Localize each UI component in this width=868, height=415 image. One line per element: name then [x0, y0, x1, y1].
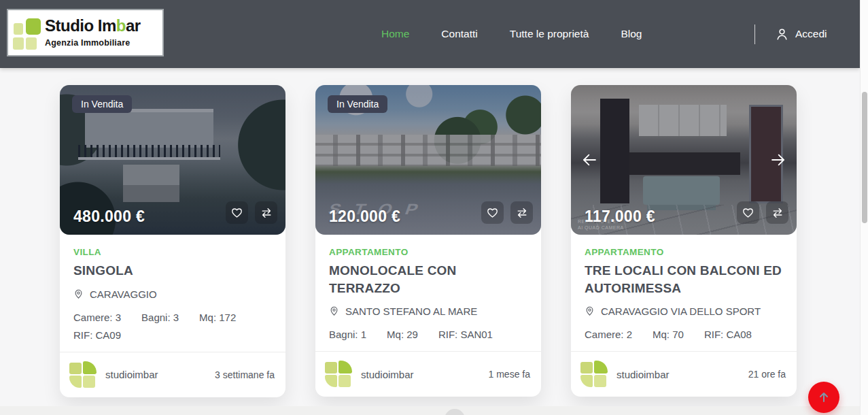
photo-actions: [737, 201, 788, 224]
property-title[interactable]: TRE LOCALI CON BALCONI ED AUTORIMESSA: [585, 262, 783, 297]
favorite-button[interactable]: [481, 201, 504, 224]
location-pin-icon: [73, 289, 84, 299]
listing-card: In Vendita 480.000 € VILLA SINGOLA: [60, 85, 285, 397]
nav-item-home[interactable]: Home: [381, 28, 409, 40]
photo-scene: [315, 135, 541, 166]
avatar-quadrant: [580, 375, 593, 387]
compare-button[interactable]: [255, 201, 277, 224]
page-scrollbar: [860, 0, 868, 415]
property-location: CARAVAGGIO VIA DELLO SPORT: [585, 305, 783, 317]
status-badge: In Vendita: [72, 95, 132, 113]
heart-icon: [486, 206, 499, 219]
meta-camere: Camere: 3: [73, 312, 121, 323]
brand-name: Studio Imbar: [45, 16, 141, 35]
price-label: 480.000 €: [73, 208, 145, 226]
logo-square: [13, 37, 24, 50]
location-pin-icon: [329, 306, 339, 316]
nav-item-tutte-le-proprieta[interactable]: Tutte le proprietà: [510, 28, 589, 40]
property-type: VILLA: [73, 247, 272, 257]
compare-arrows-icon: [515, 206, 529, 220]
photo-scene: [123, 165, 179, 202]
login-button[interactable]: Accedi: [775, 0, 827, 68]
heart-icon: [230, 206, 243, 219]
slider-next-arrow-icon[interactable]: [769, 151, 787, 169]
avatar-quadrant: [325, 362, 337, 374]
site-logo[interactable]: Studio Imbar Agenzia Immobiliare: [7, 9, 164, 56]
compare-button[interactable]: [766, 201, 788, 224]
agent-avatar[interactable]: [69, 361, 97, 388]
scroll-to-top-button[interactable]: [808, 382, 839, 413]
listings-row: In Vendita 480.000 € VILLA SINGOLA: [60, 85, 797, 397]
nav-item-blog[interactable]: Blog: [621, 28, 642, 40]
photo-scene: [85, 112, 213, 148]
logo-text: Studio Imbar Agenzia Immobiliare: [45, 16, 141, 48]
listing-details: APPARTAMENTO TRE LOCALI CON BALCONI ED A…: [571, 235, 797, 351]
photo-actions: [226, 201, 277, 224]
listing-details: APPARTAMENTO MONOLOCALE CON TERRAZZO SAN…: [315, 235, 541, 351]
property-title[interactable]: SINGOLA: [73, 262, 272, 280]
favorite-button[interactable]: [226, 201, 248, 224]
listing-photo[interactable]: REDMI NOTE 8T AI QUAD CAMERA 117.000 €: [571, 85, 797, 235]
site-header: Studio Imbar Agenzia Immobiliare Home Co…: [0, 0, 860, 68]
location-label: CARAVAGGIO: [90, 288, 157, 300]
property-type: APPARTAMENTO: [329, 247, 527, 257]
user-icon: [775, 27, 789, 42]
agent-name[interactable]: studioimbar: [105, 369, 158, 380]
photo-scene: [600, 99, 629, 203]
meta-rif: RIF: SAN01: [438, 329, 493, 340]
posted-time: 3 settimane fa: [215, 369, 275, 380]
meta-mq: Mq: 29: [387, 329, 418, 340]
meta-camere: Camere: 2: [585, 329, 632, 340]
meta-mq: Mq: 172: [199, 312, 236, 323]
heart-icon: [742, 206, 754, 219]
avatar-quadrant: [69, 363, 82, 374]
listing-details: VILLA SINGOLA CARAVAGGIO Camere: 3 Bagni…: [60, 235, 285, 352]
avatar-quadrant: [594, 375, 606, 387]
compare-arrows-icon: [260, 206, 273, 220]
login-label: Accedi: [795, 28, 827, 40]
logo-square: [14, 23, 23, 35]
favorite-button[interactable]: [737, 201, 759, 224]
listing-footer: studioimbar 1 mese fa: [315, 351, 541, 397]
photo-scene: [643, 176, 720, 205]
price-label: 120.000 €: [329, 208, 400, 226]
location-label: SANTO STEFANO AL MARE: [345, 305, 477, 317]
property-meta: Camere: 3 Bagni: 3 Mq: 172 RIF: CA09: [73, 312, 272, 341]
listing-photo[interactable]: STOP In Vendita 120.000 €: [315, 85, 541, 235]
posted-time: 1 mese fa: [489, 369, 530, 380]
compare-button[interactable]: [510, 201, 533, 224]
meta-bagni: Bagni: 1: [329, 329, 366, 340]
location-pin-icon: [585, 306, 595, 316]
price-label: 117.000 €: [585, 208, 655, 226]
listing-footer: studioimbar 3 settimane fa: [60, 352, 285, 397]
meta-mq: Mq: 70: [653, 329, 684, 340]
header-divider: [754, 24, 755, 44]
slider-prev-arrow-icon[interactable]: [580, 151, 599, 169]
listing-footer: studioimbar 21 ore fa: [571, 351, 797, 397]
nav-item-contatti[interactable]: Contatti: [441, 28, 477, 40]
scrollbar-thumb[interactable]: [862, 92, 867, 223]
avatar-quadrant: [338, 361, 352, 374]
avatar-quadrant: [83, 361, 97, 374]
listing-photo[interactable]: In Vendita 480.000 €: [60, 85, 285, 235]
arrow-up-icon: [816, 390, 831, 405]
photo-scene: [639, 105, 727, 136]
posted-time: 21 ore fa: [748, 369, 786, 380]
logo-square: [26, 37, 37, 50]
meta-rif: RIF: CA08: [704, 329, 752, 340]
status-badge: In Vendita: [328, 95, 387, 113]
avatar-quadrant: [325, 375, 337, 387]
property-location: CARAVAGGIO: [73, 288, 272, 300]
property-meta: Bagni: 1 Mq: 29 RIF: SAN01: [329, 329, 527, 340]
agent-avatar[interactable]: [325, 361, 352, 388]
brand-subtitle: Agenzia Immobiliare: [45, 38, 141, 48]
agent-avatar[interactable]: [580, 361, 608, 388]
property-location: SANTO STEFANO AL MARE: [329, 305, 527, 317]
agent-name[interactable]: studioimbar: [617, 369, 670, 380]
avatar-quadrant: [83, 376, 95, 388]
listing-card: REDMI NOTE 8T AI QUAD CAMERA 117.000 €: [571, 85, 797, 397]
avatar-quadrant: [594, 361, 608, 374]
agent-name[interactable]: studioimbar: [361, 369, 414, 380]
property-title[interactable]: MONOLOCALE CON TERRAZZO: [329, 262, 527, 297]
avatar-quadrant: [338, 375, 351, 387]
